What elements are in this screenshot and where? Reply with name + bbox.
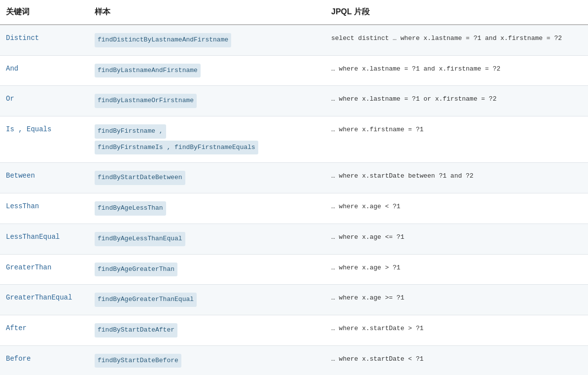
jpql-cell: … where x.age >= ?1 — [325, 285, 588, 315]
jpql-cell: … where x.lastname = ?1 and x.firstname … — [325, 55, 588, 86]
table-row: BeforefindByStartDateBefore … where x.st… — [0, 345, 588, 375]
table-row: GreaterThanEqualfindByAgeGreaterThanEqua… — [0, 285, 588, 315]
keyword-text: LessThan — [6, 202, 39, 210]
keyword-text: Before — [6, 355, 31, 363]
keyword-cell: GreaterThan — [0, 254, 89, 285]
table-row: Is , EqualsfindByFirstname , findByFirst… — [0, 116, 588, 163]
sample-cell: findByStartDateAfter — [89, 315, 325, 345]
keyword-text: GreaterThan — [6, 263, 51, 271]
keyword-text: And — [6, 65, 18, 73]
keyword-cell: Between — [0, 163, 89, 193]
jpql-cell: … where x.age < ?1 — [325, 193, 588, 224]
sample-badge: findByStartDateBetween — [95, 171, 185, 185]
jpql-cell: select distinct … where x.lastname = ?1 … — [325, 25, 588, 55]
jpql-text: … where x.lastname = ?1 or x.firstname =… — [331, 95, 496, 103]
header-jpql: JPQL 片段 — [325, 0, 588, 25]
sample-cell: findDistinctByLastnameAndFirstname — [89, 25, 325, 55]
sample-cell: findByFirstname , findByFirstnameIs , fi… — [89, 116, 325, 163]
jpql-text: … where x.startDate < ?1 — [331, 355, 423, 363]
sample-badge: findByAgeGreaterThan — [95, 262, 177, 277]
table-row: GreaterThanfindByAgeGreaterThan … where … — [0, 254, 588, 285]
jpql-cell: … where x.age > ?1 — [325, 254, 588, 285]
jpql-text: … where x.age <= ?1 — [331, 233, 404, 241]
jpql-text: select distinct … where x.lastname = ?1 … — [331, 35, 562, 42]
keyword-text: LessThanEqual — [6, 233, 60, 241]
sample-cell: findByAgeGreaterThan — [89, 254, 325, 285]
sample-badge: findByLastnameAndFirstname — [95, 64, 201, 78]
jpql-cell: … where x.startDate between ?1 and ?2 — [325, 163, 588, 193]
jpql-text: … where x.firstname = ?1 — [331, 126, 423, 133]
sample-cell: findByAgeGreaterThanEqual — [89, 285, 325, 315]
sample-badge: findByAgeLessThanEqual — [95, 232, 185, 246]
keyword-text: Between — [6, 172, 35, 180]
jpql-text: … where x.startDate > ?1 — [331, 325, 423, 332]
keyword-cell: Distinct — [0, 25, 89, 55]
jpql-cell: … where x.age <= ?1 — [325, 224, 588, 254]
sample-cell: findByAgeLessThanEqual — [89, 224, 325, 254]
table-row: AndfindByLastnameAndFirstname … where x.… — [0, 55, 588, 86]
sample-cell: findByLastnameAndFirstname — [89, 55, 325, 86]
sample-cell: findByStartDateBetween — [89, 163, 325, 193]
jpql-text: … where x.age < ?1 — [331, 203, 400, 210]
table-row: LessThanEqualfindByAgeLessThanEqual … wh… — [0, 224, 588, 254]
keyword-cell: Is , Equals — [0, 116, 89, 163]
keyword-text: GreaterThanEqual — [6, 294, 72, 301]
keyword-cell: Or — [0, 86, 89, 116]
keyword-text: Is , Equals — [6, 125, 51, 133]
jpql-text: … where x.age >= ?1 — [331, 294, 404, 301]
keyword-cell: LessThanEqual — [0, 224, 89, 254]
sample-badge: findByStartDateAfter — [95, 323, 177, 338]
sample-badge: findByAgeLessThan — [95, 201, 166, 216]
sample-cell: findByLastnameOrFirstname — [89, 86, 325, 116]
keyword-text: Or — [6, 95, 14, 103]
sample-badge: findByStartDateBefore — [95, 354, 181, 368]
jpql-cell: … where x.firstname = ?1 — [325, 116, 588, 163]
keyword-cell: GreaterThanEqual — [0, 285, 89, 315]
jpql-text: … where x.startDate between ?1 and ?2 — [331, 172, 474, 180]
table-row: LessThanfindByAgeLessThan … where x.age … — [0, 193, 588, 224]
header-sample: 样本 — [89, 0, 325, 25]
sample-badge: findByLastnameOrFirstname — [95, 94, 197, 108]
table-row: AfterfindByStartDateAfter … where x.star… — [0, 315, 588, 345]
jpql-text: … where x.lastname = ?1 and x.firstname … — [331, 65, 500, 73]
jpql-cell: … where x.startDate > ?1 — [325, 315, 588, 345]
jpql-cell: … where x.lastname = ?1 or x.firstname =… — [325, 86, 588, 116]
keyword-table: 关键词 样本 JPQL 片段 DistinctfindDistinctByLas… — [0, 0, 588, 375]
sample-badge: findDistinctByLastnameAndFirstname — [95, 33, 231, 47]
table-row: DistinctfindDistinctByLastnameAndFirstna… — [0, 25, 588, 55]
table-header-row: 关键词 样本 JPQL 片段 — [0, 0, 588, 25]
header-keyword: 关键词 — [0, 0, 89, 25]
keyword-cell: After — [0, 315, 89, 345]
jpql-text: … where x.age > ?1 — [331, 264, 400, 271]
table-row: BetweenfindByStartDateBetween … where x.… — [0, 163, 588, 193]
keyword-text: After — [6, 324, 27, 332]
keyword-cell: Before — [0, 345, 89, 375]
sample-badge: findByFirstname , — [95, 124, 166, 139]
sample-cell: findByStartDateBefore — [89, 345, 325, 375]
sample-badge: findByFirstnameIs , findByFirstnameEqual… — [95, 141, 258, 155]
jpql-cell: … where x.startDate < ?1 — [325, 345, 588, 375]
table-row: OrfindByLastnameOrFirstname … where x.la… — [0, 86, 588, 116]
sample-badge: findByAgeGreaterThanEqual — [95, 293, 197, 307]
keyword-text: Distinct — [6, 34, 39, 42]
keyword-cell: And — [0, 55, 89, 86]
sample-cell: findByAgeLessThan — [89, 193, 325, 224]
keyword-cell: LessThan — [0, 193, 89, 224]
